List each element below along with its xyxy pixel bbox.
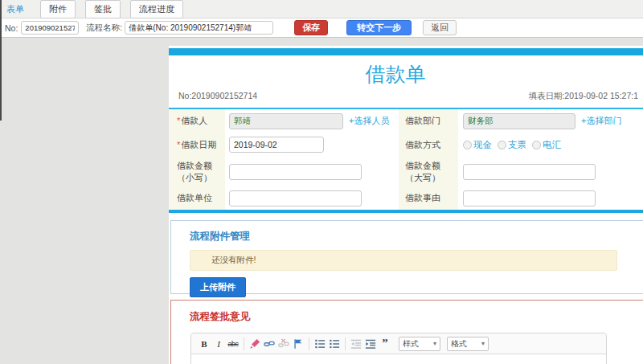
upload-attachment-button[interactable]: 上传附件 <box>190 277 246 297</box>
anchor-flag-button[interactable] <box>291 336 305 352</box>
form-row-4: 借款单位 借款事由 <box>169 186 643 210</box>
toolbar-separator <box>309 337 309 350</box>
link-icon <box>264 338 275 350</box>
loan-reason-label: 借款事由 <box>399 186 458 210</box>
copy-formatting-button[interactable] <box>248 336 262 352</box>
editor-content-area[interactable] <box>191 354 606 364</box>
bold-button[interactable]: B <box>197 336 211 352</box>
loan-date-label: *借款日期 <box>169 133 225 157</box>
tab-approval[interactable]: 签批 <box>85 0 121 18</box>
flow-name-input[interactable] <box>125 21 273 35</box>
attachments-panel: 流程附件管理 还没有附件! 上传附件 <box>170 220 643 294</box>
tab-process-progress[interactable]: 流程进度 <box>130 0 183 18</box>
paintbrush-icon <box>249 338 260 350</box>
tab-attachments[interactable]: 附件 <box>40 0 76 18</box>
no-input[interactable] <box>21 21 79 35</box>
back-button[interactable]: 返回 <box>423 20 457 35</box>
window-edge <box>0 0 2 121</box>
approval-comments-panel: 流程签批意见 B I abc <box>170 300 643 364</box>
forward-next-step-button[interactable]: 转交下一步 <box>346 20 412 35</box>
required-mark: * <box>177 140 180 149</box>
approval-heading: 流程签批意见 <box>171 310 643 324</box>
format-dropdown[interactable]: 格式 ▾ <box>447 337 489 351</box>
loan-form-table: *借款人 +选择人员 借款部门 +选择部门 *借款日期 借款方式 现金 支票 电 <box>169 109 643 210</box>
radio-circle-icon <box>498 141 506 149</box>
ordered-list-icon <box>314 338 326 350</box>
radio-circle-icon <box>463 141 472 149</box>
form-row-2: *借款日期 借款方式 现金 支票 电汇 <box>169 133 643 157</box>
form-row-1: *借款人 +选择人员 借款部门 +选择部门 <box>169 109 643 133</box>
indent-icon <box>365 338 376 350</box>
amount-lower-label: 借款金额（小写） <box>169 157 225 186</box>
loan-form-panel: 借款单 No:20190902152714 填表日期:2019-09-02 15… <box>169 46 643 364</box>
department-label: 借款部门 <box>399 109 458 133</box>
document-toolbar: No: 流程名称: 保存 转交下一步 返回 <box>0 18 643 38</box>
radio-wire-transfer[interactable]: 电汇 <box>532 139 561 151</box>
form-row-3: 借款金额（小写） 借款金额（大写） <box>169 157 643 186</box>
no-attachments-alert: 还没有附件! <box>190 250 617 271</box>
unlink-button[interactable] <box>276 336 291 352</box>
unordered-list-button[interactable] <box>327 336 342 352</box>
chevron-down-icon: ▾ <box>433 340 436 347</box>
tab-bar: 表单 附件 签批 流程进度 <box>0 0 643 18</box>
radio-circle-icon <box>532 141 541 149</box>
select-department-link[interactable]: +选择部门 <box>581 115 621 127</box>
radio-cash[interactable]: 现金 <box>463 139 492 151</box>
loan-method-label: 借款方式 <box>399 133 458 157</box>
unordered-list-icon <box>329 338 340 350</box>
save-button[interactable]: 保存 <box>294 20 328 35</box>
form-meta-row: No:20190902152714 填表日期:2019-09-02 15:27:… <box>169 91 643 102</box>
panel-top-accent-bar <box>169 48 643 55</box>
outdent-icon <box>350 338 362 350</box>
chevron-down-icon: ▾ <box>481 340 485 347</box>
amount-upper-input[interactable] <box>463 164 596 180</box>
department-input[interactable] <box>463 113 575 129</box>
radio-cheque[interactable]: 支票 <box>498 139 526 151</box>
blockquote-button[interactable]: ” <box>378 336 392 352</box>
tab-form[interactable]: 表单 <box>0 3 31 15</box>
form-divider-bottom <box>169 210 643 213</box>
editor-toolbar: B I abc <box>191 333 606 354</box>
form-date-text: 填表日期:2019-09-02 15:27:1 <box>528 91 638 102</box>
loan-date-input[interactable] <box>229 137 324 153</box>
loan-unit-label: 借款单位 <box>169 186 225 210</box>
required-mark: * <box>177 116 180 125</box>
amount-upper-label: 借款金额（大写） <box>399 157 458 186</box>
form-no-text: No:20190902152714 <box>178 91 257 102</box>
flag-icon <box>293 338 304 350</box>
borrower-label: *借款人 <box>169 109 225 133</box>
styles-dropdown[interactable]: 样式 ▾ <box>399 337 440 351</box>
unlink-icon <box>278 338 289 350</box>
loan-unit-input[interactable] <box>229 190 362 207</box>
toolbar-separator <box>345 337 346 350</box>
outdent-button[interactable] <box>349 336 363 352</box>
ordered-list-button[interactable] <box>313 336 327 352</box>
italic-button[interactable]: I <box>211 336 226 352</box>
toolbar-separator <box>244 337 244 350</box>
form-title: 借款单 <box>169 61 622 88</box>
borrower-input[interactable] <box>229 113 343 129</box>
link-button[interactable] <box>262 336 276 352</box>
flow-name-label: 流程名称: <box>86 22 122 34</box>
loan-reason-input[interactable] <box>463 190 596 207</box>
amount-lower-input[interactable] <box>229 164 362 180</box>
loan-method-radio-group: 现金 支票 电汇 <box>463 139 567 151</box>
select-person-link[interactable]: +选择人员 <box>349 115 389 127</box>
strikethrough-button[interactable]: abc <box>226 336 240 352</box>
attachments-heading: 流程附件管理 <box>171 230 643 243</box>
no-label: No: <box>5 23 18 33</box>
rich-text-editor: B I abc <box>190 333 607 364</box>
indent-button[interactable] <box>363 336 378 352</box>
